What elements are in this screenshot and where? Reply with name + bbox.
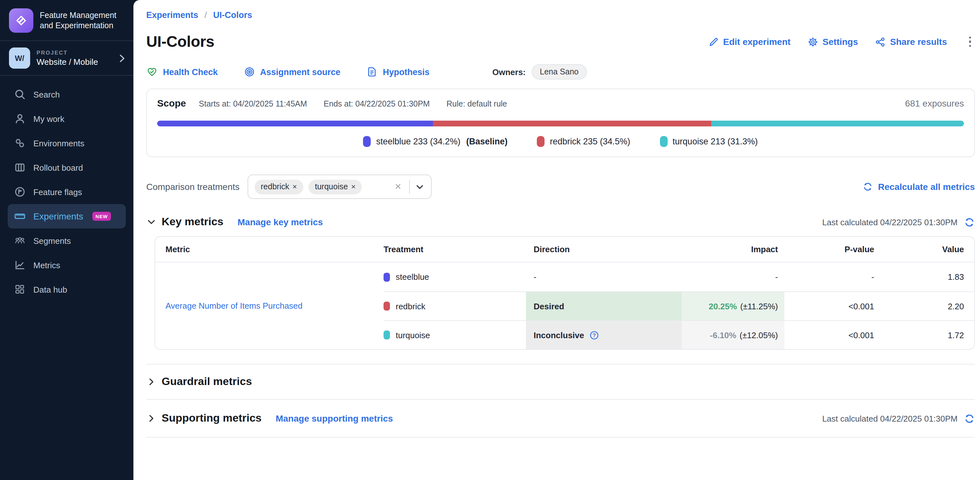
- brand: Feature Management and Experimentation: [0, 0, 134, 40]
- manage-key-metrics-link[interactable]: Manage key metrics: [238, 217, 323, 227]
- treatment-distribution-bar: [157, 121, 964, 126]
- legend-item-turquoise: turquoise 213 (31.3%): [660, 136, 758, 147]
- column-header-value: Value: [882, 237, 974, 263]
- hypothesis-link[interactable]: Hypothesis: [366, 66, 430, 78]
- refresh-icon: [862, 182, 873, 192]
- sidebar-item-data-hub[interactable]: Data hub: [8, 277, 126, 301]
- breadcrumb-current-link[interactable]: UI-Colors: [213, 10, 252, 20]
- user-icon: [14, 113, 25, 124]
- comparison-treatments-select[interactable]: redbrick× turquoise× ×: [247, 175, 431, 199]
- project-switcher[interactable]: W/ PROJECT Website / Mobile: [0, 41, 134, 75]
- ruler-icon: [14, 210, 25, 222]
- clear-all-icon[interactable]: ×: [392, 180, 404, 193]
- gear-icon: [807, 36, 818, 47]
- edit-experiment-button[interactable]: Edit experiment: [708, 36, 791, 47]
- impact-cell: 20.25%(±11.25%): [682, 291, 784, 320]
- share-results-label: Share results: [890, 37, 947, 47]
- value-cell: 1.83: [882, 263, 974, 291]
- key-metrics-table: Metric Treatment Direction Impact P-valu…: [154, 236, 975, 350]
- board-columns-icon: [14, 162, 25, 173]
- sidebar-item-label: Data hub: [33, 285, 67, 294]
- sidebar-item-environments[interactable]: Environments: [8, 131, 126, 155]
- people-icon: [14, 235, 25, 246]
- value-cell: 2.20: [882, 291, 974, 320]
- help-icon[interactable]: ?: [589, 330, 599, 340]
- bar-segment-turquoise: [711, 121, 964, 126]
- divider: [146, 437, 975, 438]
- bar-segment-steelblue: [157, 121, 433, 126]
- pvalue-cell: <0.001: [784, 291, 882, 320]
- breadcrumb-experiments-link[interactable]: Experiments: [146, 10, 198, 20]
- steelblue-swatch: [363, 136, 371, 147]
- sidebar-item-experiments[interactable]: Experiments NEW: [8, 204, 126, 228]
- data-hub-icon: [14, 284, 25, 295]
- key-metrics-collapse-icon[interactable]: [146, 217, 156, 227]
- sidebar-item-metrics[interactable]: Metrics: [8, 253, 126, 277]
- assignment-source-label: Assignment source: [260, 67, 340, 77]
- legend-item-steelblue: steelblue 233 (34.2%) (Baseline): [363, 136, 508, 147]
- hexagons-icon: [14, 137, 25, 149]
- chevron-down-icon[interactable]: [415, 182, 424, 191]
- chip-turquoise: turquoise×: [309, 179, 362, 194]
- scope-starts: Starts at: 04/20/2025 11:45AM: [199, 99, 307, 108]
- column-header-treatment: Treatment: [383, 237, 526, 263]
- guardrail-metrics-expand-icon[interactable]: [146, 377, 156, 387]
- sidebar-item-label: Rollout board: [33, 163, 83, 172]
- column-header-direction: Direction: [526, 237, 682, 263]
- project-name: Website / Mobile: [37, 57, 110, 67]
- edit-experiment-label: Edit experiment: [723, 37, 791, 47]
- direction-cell-inconclusive: Inconclusive ?: [526, 320, 682, 349]
- recalculate-all-metrics-button[interactable]: Recalculate all metrics: [862, 182, 975, 192]
- pencil-icon: [708, 36, 719, 47]
- brand-title: Feature Management and Experimentation: [40, 10, 116, 31]
- refresh-icon[interactable]: [964, 413, 975, 424]
- app-window: Feature Management and Experimentation W…: [0, 0, 980, 480]
- heart-check-icon: [146, 66, 158, 78]
- sidebar: Feature Management and Experimentation W…: [0, 0, 134, 480]
- direction-cell-desired: Desired: [526, 291, 682, 320]
- svg-text:?: ?: [593, 332, 596, 338]
- metric-name-link[interactable]: Average Number of Items Purchased: [165, 301, 302, 311]
- assignment-source-link[interactable]: Assignment source: [243, 66, 340, 78]
- divider: [409, 180, 409, 194]
- pvalue-cell: -: [784, 263, 882, 291]
- sidebar-item-label: Search: [33, 89, 60, 99]
- manage-supporting-metrics-link[interactable]: Manage supporting metrics: [276, 413, 393, 424]
- overflow-menu-button[interactable]: [965, 35, 975, 48]
- scope-title: Scope: [157, 97, 186, 108]
- remove-chip-icon[interactable]: ×: [351, 182, 356, 191]
- sidebar-item-feature-flags[interactable]: Feature flags: [8, 180, 126, 204]
- impact-cell: -: [682, 263, 784, 291]
- share-results-button[interactable]: Share results: [875, 36, 947, 47]
- supporting-metrics-expand-icon[interactable]: [146, 413, 156, 424]
- sidebar-item-my-work[interactable]: My work: [8, 107, 126, 131]
- treatment-cell: redbrick: [383, 291, 526, 320]
- flag-circle-icon: [14, 186, 25, 198]
- settings-button[interactable]: Settings: [807, 36, 858, 47]
- treatment-cell: steelblue: [383, 263, 526, 291]
- page-title: UI-Colors: [146, 33, 214, 51]
- scope-rule: Rule: default rule: [446, 99, 507, 108]
- column-header-metric: Metric: [155, 237, 383, 263]
- direction-cell: -: [526, 263, 682, 291]
- sidebar-item-label: Environments: [33, 138, 84, 148]
- supporting-metrics-title: Supporting metrics: [162, 412, 262, 425]
- redbrick-swatch: [537, 136, 545, 147]
- remove-chip-icon[interactable]: ×: [293, 182, 297, 191]
- sidebar-item-search[interactable]: Search: [8, 82, 126, 107]
- scope-ends: Ends at: 04/22/2025 01:30PM: [324, 99, 430, 108]
- sidebar-item-rollout-board[interactable]: Rollout board: [8, 155, 126, 180]
- search-icon: [14, 89, 25, 100]
- split-logo-icon: [9, 8, 33, 33]
- main-content: Experiments / UI-Colors UI-Colors Edit e…: [134, 0, 980, 480]
- supporting-last-calculated: Last calculated 04/22/2025 01:30PM: [822, 414, 958, 423]
- sidebar-item-segments[interactable]: Segments: [8, 228, 126, 253]
- owner-pill: Lena Sano: [531, 64, 587, 80]
- sidebar-item-label: Feature flags: [33, 187, 82, 197]
- sidebar-item-label: Segments: [33, 236, 71, 246]
- project-badge: W/: [9, 48, 30, 69]
- refresh-icon[interactable]: [964, 217, 975, 228]
- column-header-pvalue: P-value: [784, 237, 882, 263]
- new-badge: NEW: [92, 212, 111, 221]
- health-check-link[interactable]: Health Check: [146, 66, 218, 78]
